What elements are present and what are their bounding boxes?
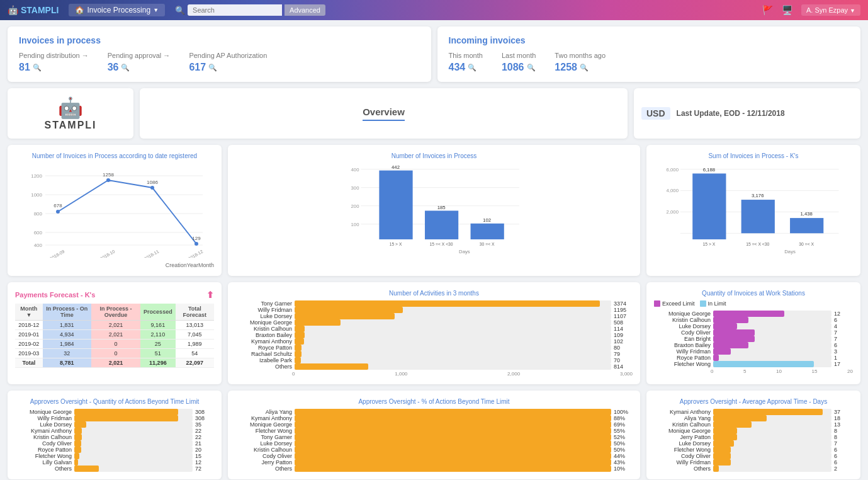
expand-icon[interactable]: ⬆ xyxy=(206,290,214,300)
activities-chart-panel: Number of Activities in 3 months Tony Ga… xyxy=(228,282,640,384)
bar-label: Willy Fridman xyxy=(654,459,711,466)
bar-fill xyxy=(713,323,737,329)
bar-track xyxy=(295,345,611,351)
nav-invoice-processing[interactable]: 🏠 Invoice Processing ▼ xyxy=(69,4,165,16)
bar-fill xyxy=(74,428,82,434)
advanced-search-button[interactable]: Advanced xyxy=(285,4,325,16)
list-item: Lilly Galvan 12 xyxy=(15,459,214,466)
svg-point-12 xyxy=(150,186,154,190)
label-pending-ap: Pending AP Authorization xyxy=(189,52,267,59)
svg-text:2018-12: 2018-12 xyxy=(188,249,204,258)
bar-value: 37 xyxy=(834,409,853,415)
header: 🤖 STAMPLI 🏠 Invoice Processing ▼ 🔍 Advan… xyxy=(0,0,868,20)
bar-fill xyxy=(295,453,611,459)
search-input[interactable] xyxy=(188,4,282,16)
bar-fill xyxy=(295,415,611,421)
stat-col-pending-dist: Pending distribution → 81 🔍 xyxy=(19,52,89,73)
list-item: Fletcher Wong 17 xyxy=(654,361,853,367)
list-item: Willy Fridman 308 xyxy=(15,415,214,421)
bar-track xyxy=(295,415,611,421)
list-item: Cody Oliver 44% xyxy=(235,453,633,459)
bar-label: Rachael Schultz xyxy=(235,351,292,357)
bar-track xyxy=(74,415,193,421)
svg-text:15 =< X <30: 15 =< X <30 xyxy=(430,242,453,246)
svg-text:2018-09: 2018-09 xyxy=(49,249,65,258)
bar-track xyxy=(295,459,611,466)
search-pending-appr-icon[interactable]: 🔍 xyxy=(121,64,130,72)
svg-text:185: 185 xyxy=(437,205,446,210)
svg-rect-30 xyxy=(379,171,412,239)
bar-fill xyxy=(295,434,611,440)
bar-label: Kristin Calhoun xyxy=(235,447,292,453)
search-two-months-icon[interactable]: 🔍 xyxy=(580,64,589,72)
bar-track xyxy=(713,447,831,453)
approvers-avg-title: Approvers Oversight - Average Approval T… xyxy=(654,398,853,405)
bar-label: Jerry Patton xyxy=(654,434,711,440)
monitor-icon[interactable]: 🖥️ xyxy=(782,5,792,15)
user-chevron-icon: ▼ xyxy=(850,8,855,14)
val-last-month: 1086 🔍 xyxy=(502,62,536,73)
bar-track xyxy=(713,329,831,336)
bar-track xyxy=(713,348,831,355)
bar-track xyxy=(713,434,831,440)
list-item: Cody Oliver 6 xyxy=(654,453,853,459)
bar-label: Royce Patton xyxy=(654,355,711,361)
bar-label: Kymani Anthony xyxy=(15,428,72,434)
bar-value: 7 xyxy=(834,336,853,342)
bar-value: 55% xyxy=(614,428,633,434)
list-item: Aliya Yang 100% xyxy=(235,409,633,415)
svg-text:1200: 1200 xyxy=(31,173,42,179)
list-item: Fletcher Wong 55% xyxy=(235,428,633,434)
bar-track xyxy=(74,409,193,415)
svg-text:6,000: 6,000 xyxy=(667,167,679,173)
search-this-month-icon[interactable]: 🔍 xyxy=(468,64,476,72)
svg-text:2018-10: 2018-10 xyxy=(99,249,116,258)
bar-value: 100% xyxy=(614,409,633,415)
bar-fill xyxy=(295,345,302,351)
bar-value: 88% xyxy=(614,415,633,421)
bar-value: 508 xyxy=(614,319,633,326)
bar-fill xyxy=(713,336,755,342)
bar-fill xyxy=(295,357,301,363)
user-menu[interactable]: A. Syn Ezpay ▼ xyxy=(801,4,860,16)
list-item: Others 2 xyxy=(654,466,853,472)
bar-fill xyxy=(295,409,611,415)
bar-fill xyxy=(713,434,737,440)
bar-label: Kymani Anthony xyxy=(654,409,711,415)
bar-track xyxy=(74,434,193,440)
approvers-pct-title: Approvers Oversight - % of Actions Beyon… xyxy=(235,398,633,405)
bar-value: 6 xyxy=(834,317,853,323)
stampli-logo-text: STAMPLI xyxy=(44,120,96,131)
logo: 🤖 STAMPLI xyxy=(8,5,59,15)
stat-col-pending-appr: Pending approval → 36 🔍 xyxy=(108,52,171,73)
bar-value: 79 xyxy=(614,351,633,357)
bar-label: Luke Dorsey xyxy=(235,440,292,447)
svg-point-13 xyxy=(194,242,198,246)
bar-value: 308 xyxy=(195,415,214,421)
bar-label: Lilly Galvan xyxy=(15,459,72,466)
list-item: Willy Fridman 6 xyxy=(654,459,853,466)
list-item: Braxton Bailey 109 xyxy=(235,332,633,338)
bar-label: Fletcher Wong xyxy=(654,361,711,367)
legend-dot xyxy=(654,300,660,307)
bar-chart-sum-panel: Sum of Invoices in Process - K's 6,000 4… xyxy=(646,145,860,276)
bar-fill xyxy=(74,421,86,428)
bar-track xyxy=(713,317,831,323)
svg-text:3,176: 3,176 xyxy=(752,193,764,198)
flag-icon[interactable]: 🚩 xyxy=(762,5,773,15)
incoming-invoices-card: Incoming invoices This month 434 🔍 Last … xyxy=(437,26,861,82)
stat-col-pending-ap: Pending AP Authorization 617 🔍 xyxy=(189,52,267,73)
overview-title: Overview xyxy=(363,106,405,121)
legend-item: Exceed Limit xyxy=(654,300,695,307)
search-pending-ap-icon[interactable]: 🔍 xyxy=(208,64,217,72)
home-icon: 🏠 xyxy=(75,6,84,14)
search-last-month-icon[interactable]: 🔍 xyxy=(527,64,536,72)
bar-label: Royce Patton xyxy=(235,345,292,351)
list-item: Kristin Calhoun 50% xyxy=(235,447,633,453)
bar-fill xyxy=(713,409,823,415)
bar-label: Braxton Bailey xyxy=(235,332,292,338)
search-pending-dist-icon[interactable]: 🔍 xyxy=(33,64,42,72)
svg-rect-47 xyxy=(692,173,726,239)
bar-label: Willy Fridman xyxy=(235,307,292,313)
approvers-pct-chart: Aliya Yang 100% Kymani Anthony 88% Moniq… xyxy=(235,409,633,472)
